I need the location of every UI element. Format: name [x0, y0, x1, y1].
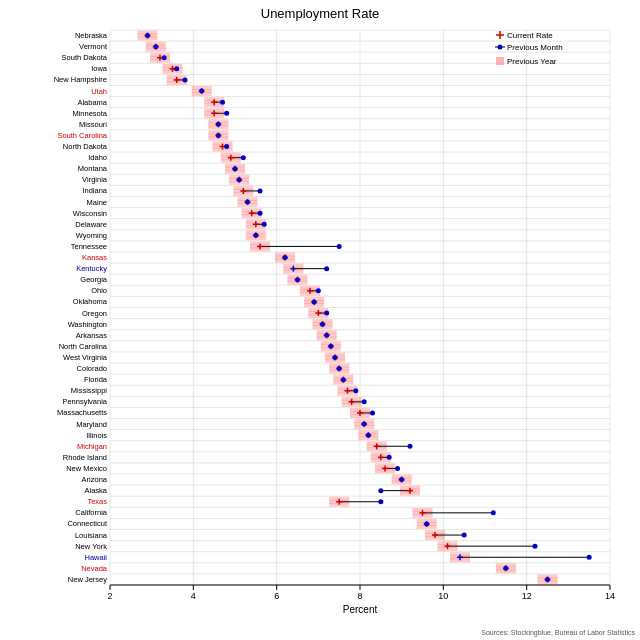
chart-container — [0, 0, 640, 640]
